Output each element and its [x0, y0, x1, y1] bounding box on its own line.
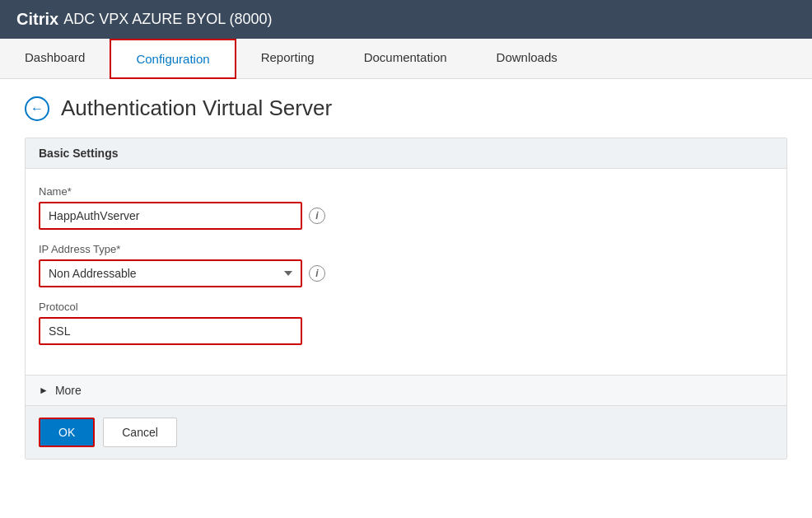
ip-address-type-select[interactable]: Non Addressable IPv4 IPv6 — [39, 259, 302, 287]
ip-address-type-field-group: IP Address Type* Non Addressable IPv4 IP… — [39, 243, 773, 287]
header: Citrix ADC VPX AZURE BYOL (8000) — [0, 0, 812, 39]
ip-address-type-input-wrapper: Non Addressable IPv4 IPv6 i — [39, 259, 773, 287]
nav-item-documentation[interactable]: Documentation — [339, 39, 472, 78]
section-title: Basic Settings — [39, 147, 118, 160]
section-header: Basic Settings — [26, 138, 786, 169]
form-container: Basic Settings Name* i IP Address Type* … — [25, 138, 787, 460]
ip-address-type-info-icon[interactable]: i — [309, 265, 325, 282]
brand-citrix: Citrix — [16, 10, 58, 29]
page-header: ← Authentication Virtual Server — [25, 96, 787, 121]
name-info-icon[interactable]: i — [309, 208, 325, 224]
page-title: Authentication Virtual Server — [61, 96, 332, 121]
protocol-input-wrapper — [39, 317, 773, 345]
name-label: Name* — [39, 185, 773, 198]
nav-item-reporting[interactable]: Reporting — [236, 39, 339, 78]
name-field-group: Name* i — [39, 185, 773, 230]
more-section[interactable]: ► More — [26, 375, 786, 405]
more-label: More — [55, 384, 82, 397]
ok-button[interactable]: OK — [39, 418, 95, 447]
back-button[interactable]: ← — [25, 96, 49, 121]
form-footer: OK Cancel — [26, 405, 786, 459]
form-body: Name* i IP Address Type* Non Addressable… — [26, 169, 786, 375]
nav-item-downloads[interactable]: Downloads — [472, 39, 582, 78]
protocol-field-group: Protocol — [39, 301, 773, 345]
brand-rest: ADC VPX AZURE BYOL (8000) — [63, 11, 272, 28]
name-input[interactable] — [39, 202, 302, 230]
ip-address-type-label: IP Address Type* — [39, 243, 773, 255]
protocol-label: Protocol — [39, 301, 773, 313]
nav-item-configuration[interactable]: Configuration — [110, 39, 236, 79]
name-input-wrapper: i — [39, 202, 773, 230]
nav-bar: Dashboard Configuration Reporting Docume… — [0, 39, 812, 79]
cancel-button[interactable]: Cancel — [103, 418, 177, 447]
nav-item-dashboard[interactable]: Dashboard — [0, 39, 110, 78]
protocol-input[interactable] — [39, 317, 302, 345]
more-arrow-icon: ► — [39, 385, 49, 396]
main-content: ← Authentication Virtual Server Basic Se… — [0, 79, 812, 476]
